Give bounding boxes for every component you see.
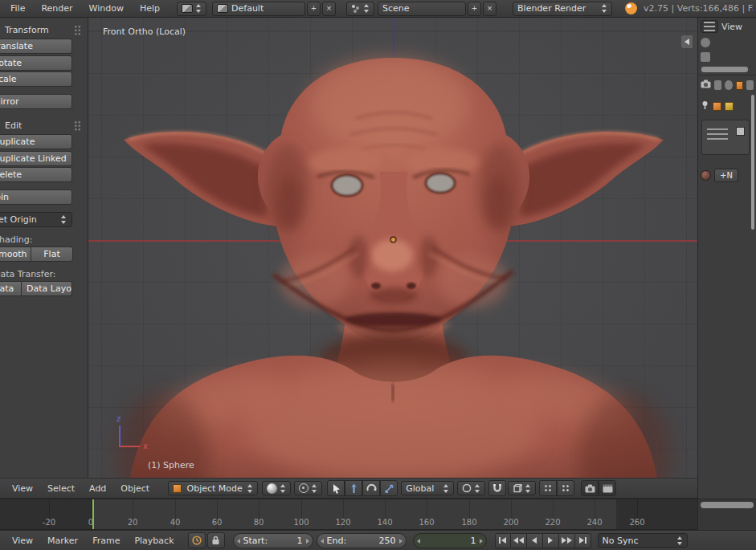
pin-icon[interactable]: [701, 100, 709, 112]
current-frame-field[interactable]: 1: [413, 533, 487, 548]
start-frame-field[interactable]: Start: 1: [233, 533, 313, 548]
current-frame-marker[interactable]: [92, 499, 94, 530]
translate-button[interactable]: Translate: [0, 39, 72, 54]
timeline-tick-label: 160: [419, 518, 434, 527]
properties-tab-render-layers-icon[interactable]: [714, 80, 721, 90]
timeline-menu-playback[interactable]: Playback: [127, 536, 181, 546]
close-screen-layout-button[interactable]: ×: [322, 2, 336, 16]
data-transfer-layout-button[interactable]: Data Layout: [21, 281, 72, 296]
previous-keyframe-button[interactable]: [511, 533, 527, 548]
timeline-horizontal-scrollbar[interactable]: [701, 502, 754, 508]
properties-region-toggle[interactable]: [681, 35, 693, 48]
outliner-item-icon: [701, 52, 710, 62]
edit-panel-header[interactable]: Edit: [5, 120, 81, 131]
outliner-display-dropdown[interactable]: [701, 20, 718, 33]
viewport-shading-dropdown[interactable]: [262, 481, 291, 495]
render-engine-dropdown[interactable]: Blender Render: [513, 2, 612, 16]
updown-arrows-icon: [61, 215, 67, 224]
data-transfer-data-button[interactable]: Data: [0, 281, 21, 296]
scene-browse-dropdown[interactable]: [346, 2, 374, 16]
properties-tab-modifiers-icon[interactable]: [746, 80, 754, 90]
properties-tab-render-icon[interactable]: [701, 79, 711, 91]
menu-help[interactable]: Help: [133, 3, 167, 14]
menu-file[interactable]: File: [3, 3, 32, 14]
snap-element-icon: [513, 483, 522, 493]
shading-button-group: Smooth Flat: [0, 246, 88, 262]
grid-dots-icon: [544, 484, 552, 492]
preview-range-button[interactable]: [188, 532, 206, 548]
add-scene-button[interactable]: +: [468, 2, 481, 16]
data-breadcrumb-icon[interactable]: [725, 102, 734, 111]
manipulator-rotate-button[interactable]: [362, 480, 380, 496]
opengl-render-animation-button[interactable]: [599, 480, 616, 496]
transform-orientation-dropdown[interactable]: Global: [401, 481, 454, 495]
join-button[interactable]: Join: [0, 189, 72, 205]
next-keyframe-button[interactable]: [559, 533, 575, 548]
proportional-edit-dropdown[interactable]: [457, 481, 485, 495]
jump-to-start-button[interactable]: [495, 533, 511, 548]
scale-button[interactable]: Scale: [0, 71, 72, 87]
timeline-menu-frame[interactable]: Frame: [85, 536, 127, 546]
jump-to-end-button[interactable]: [575, 533, 591, 548]
editor-type-dropdown[interactable]: [177, 2, 206, 16]
timeline-tick-label: 20: [128, 518, 138, 527]
grid-dots-icon: [562, 484, 570, 492]
snap-peel-button[interactable]: [557, 480, 574, 496]
shade-smooth-button[interactable]: Smooth: [0, 246, 31, 262]
viewport-menu-select[interactable]: Select: [40, 483, 82, 494]
new-data-button[interactable]: +N: [714, 169, 738, 182]
delete-button[interactable]: Delete: [0, 167, 72, 182]
viewport-menu-add[interactable]: Add: [82, 483, 113, 494]
pivot-point-dropdown[interactable]: [294, 481, 322, 495]
lock-range-button[interactable]: [207, 532, 225, 548]
panel-drag-handle[interactable]: [74, 120, 81, 131]
sculpt-model-goblin[interactable]: [88, 18, 697, 478]
viewport-3d[interactable]: Front Ortho (Local) (1) Sphere z x: [88, 18, 697, 478]
menu-window[interactable]: Window: [82, 3, 131, 14]
matcap-icon[interactable]: [701, 170, 711, 181]
properties-tab-object-icon[interactable]: [736, 81, 743, 90]
rotate-button[interactable]: Rotate: [0, 55, 72, 71]
properties-vertical-scrollbar[interactable]: [751, 95, 754, 230]
properties-name-panel[interactable]: [701, 120, 750, 155]
mode-dropdown[interactable]: Object Mode: [168, 481, 258, 495]
outliner-item[interactable]: [698, 50, 756, 64]
transform-panel-header[interactable]: Transform: [5, 25, 81, 35]
shade-flat-button[interactable]: Flat: [31, 246, 73, 262]
object-breadcrumb-icon[interactable]: [713, 102, 721, 111]
close-scene-button[interactable]: ×: [483, 2, 497, 16]
end-frame-field[interactable]: End: 250: [317, 533, 407, 548]
sync-mode-dropdown[interactable]: No Sync: [598, 533, 688, 548]
manipulator-scale-button[interactable]: [380, 480, 398, 496]
outliner-horizontal-scrollbar[interactable]: [701, 67, 748, 72]
duplicate-button[interactable]: Duplicate: [0, 134, 72, 149]
snap-element-dropdown[interactable]: [508, 481, 536, 495]
panel-drag-handle[interactable]: [74, 25, 81, 35]
timeline-ruler[interactable]: -20 0 20 40 60 80 100 120 140 160 180 20…: [0, 499, 697, 530]
timeline-tick-label: 100: [293, 518, 309, 527]
properties-tab-world-icon[interactable]: [725, 80, 732, 90]
set-origin-dropdown[interactable]: Set Origin: [0, 212, 72, 227]
viewport-menu-view[interactable]: View: [5, 483, 40, 494]
snap-toggle-button[interactable]: [488, 480, 506, 496]
mirror-button[interactable]: Mirror: [0, 94, 72, 109]
outliner-item[interactable]: [698, 35, 756, 50]
manipulator-translate-button[interactable]: [345, 480, 362, 496]
pivot-center-icon: [299, 483, 309, 493]
opengl-render-image-button[interactable]: [581, 480, 599, 496]
menu-render[interactable]: Render: [34, 3, 80, 14]
play-button[interactable]: [543, 533, 559, 548]
right-panel: View: [697, 18, 756, 499]
duplicate-linked-button[interactable]: Duplicate Linked: [0, 151, 72, 166]
manipulator-toggle-button[interactable]: [327, 480, 345, 496]
blender-window: File Render Window Help Default + × Scen…: [0, 0, 756, 550]
add-screen-layout-button[interactable]: +: [307, 2, 321, 16]
timeline-menu-marker[interactable]: Marker: [40, 536, 85, 546]
snap-target-button[interactable]: [539, 480, 557, 496]
screen-layout-dropdown[interactable]: Default: [212, 2, 305, 16]
timeline-menu-view[interactable]: View: [5, 536, 40, 546]
sync-mode-value: No Sync: [603, 536, 639, 546]
viewport-menu-object[interactable]: Object: [113, 483, 157, 494]
play-reverse-button[interactable]: [527, 533, 543, 548]
scene-name-dropdown[interactable]: Scene: [378, 2, 466, 16]
